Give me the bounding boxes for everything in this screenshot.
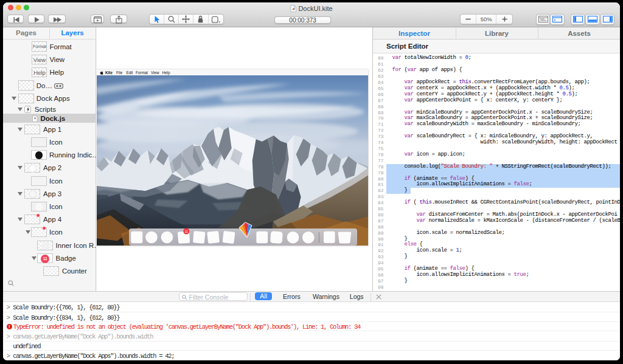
svg-text:11: 11 bbox=[184, 229, 187, 233]
